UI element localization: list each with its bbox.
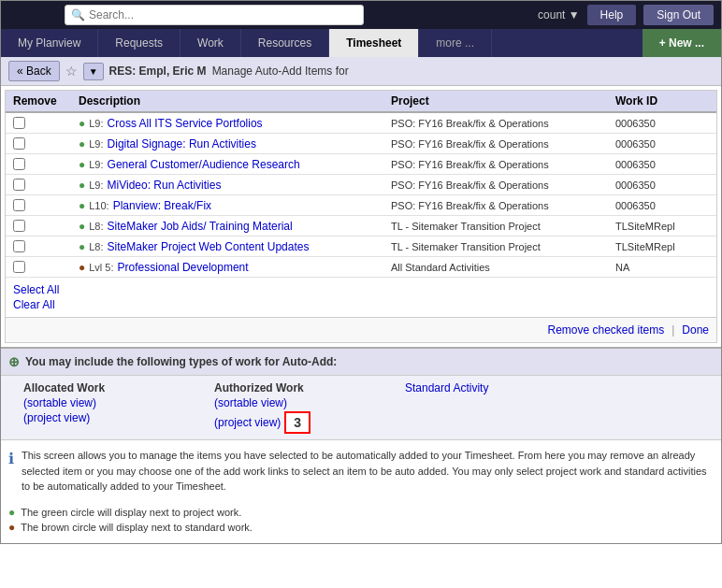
allocated-work-col: Allocated Work (sortable view) (project … <box>23 381 210 434</box>
standard-activity-col: Standard Activity <box>405 381 699 434</box>
checkbox-cell[interactable] <box>13 137 79 150</box>
authorized-project-link[interactable]: (project view) <box>214 416 281 429</box>
nav-requests[interactable]: Requests <box>98 29 180 57</box>
nav-bar: My Planview Requests Work Resources Time… <box>1 29 721 57</box>
desc-link[interactable]: SiteMaker Job Aids/ Training Material <box>108 220 293 233</box>
row-checkbox[interactable] <box>13 117 25 129</box>
nav-more[interactable]: more ... <box>419 29 492 57</box>
level-label: Lvl 5: <box>89 262 113 273</box>
clear-all-link[interactable]: Clear All <box>13 298 709 311</box>
authorized-sortable-link[interactable]: (sortable view) <box>214 396 401 409</box>
level-label: L9: <box>89 138 103 150</box>
nav-work[interactable]: Work <box>180 29 241 57</box>
desc-link[interactable]: Digital Signage: Run Activities <box>108 137 256 151</box>
row-checkbox[interactable] <box>13 199 25 211</box>
dropdown-arrow[interactable]: ▼ <box>83 63 104 80</box>
star-icon[interactable]: ☆ <box>65 64 78 79</box>
row-checkbox[interactable] <box>13 261 25 273</box>
autoadd-section: ⊕ You may include the following types of… <box>1 347 721 439</box>
workid-cell: 0006350 <box>615 200 709 211</box>
desc-cell: ● L9: General Customer/Audience Research <box>79 158 391 171</box>
desc-link[interactable]: General Customer/Audience Research <box>108 158 300 171</box>
checkbox-cell[interactable] <box>13 261 79 273</box>
remove-checked-button[interactable]: Remove checked items <box>547 323 664 337</box>
table-row: ● L10: Planview: Break/Fix PSO: FY16 Bre… <box>6 195 716 216</box>
legend-brown-dot: ● <box>8 521 15 534</box>
desc-cell: ● L10: Planview: Break/Fix <box>79 199 391 212</box>
search-box[interactable]: 🔍 <box>65 5 364 25</box>
authorized-sub-links: (sortable view) (project view) 3 <box>214 396 401 434</box>
level-label: L9: <box>89 159 103 170</box>
project-cell: PSO: FY16 Break/fix & Operations <box>391 200 615 211</box>
green-dot: ● <box>79 220 85 233</box>
resource-label: RES: Empl, Eric M <box>109 65 207 78</box>
authorized-work-label: Authorized Work <box>214 381 401 394</box>
desc-link[interactable]: Professional Development <box>118 261 249 274</box>
legend-green-label: The green circle will display next to pr… <box>21 507 241 518</box>
select-all-link[interactable]: Select All <box>13 283 709 296</box>
standard-activity-link[interactable]: Standard Activity <box>405 381 488 394</box>
checkbox-cell[interactable] <box>13 199 79 211</box>
autoadd-title: You may include the following types of w… <box>25 355 337 368</box>
table-row: ● L8: SiteMaker Project Web Content Upda… <box>6 237 716 257</box>
allocated-work-label: Allocated Work <box>23 381 210 394</box>
desc-cell: ● L9: Cross All ITS Service Portfolios <box>79 117 391 130</box>
workid-cell: TLSiteMRepl <box>615 221 709 232</box>
green-dot: ● <box>79 179 85 192</box>
row-checkbox[interactable] <box>13 137 25 150</box>
signout-button[interactable]: Sign Out <box>643 5 714 25</box>
allocated-project-link[interactable]: (project view) <box>23 411 210 424</box>
row-checkbox[interactable] <box>13 240 25 252</box>
workid-cell: TLSiteMRepl <box>615 241 709 252</box>
allocated-sub-links: (sortable view) (project view) <box>23 396 210 424</box>
desc-link[interactable]: SiteMaker Project Web Content Updates <box>108 240 310 253</box>
desc-link[interactable]: MiVideo: Run Activities <box>108 179 222 192</box>
expand-icon[interactable]: ⊕ <box>8 354 20 369</box>
checkbox-cell[interactable] <box>13 117 79 129</box>
autoadd-links-row: Allocated Work (sortable view) (project … <box>1 376 721 439</box>
workid-cell: 0006350 <box>615 159 709 170</box>
checkbox-cell[interactable] <box>13 179 79 191</box>
allocated-sortable-link[interactable]: (sortable view) <box>23 396 210 409</box>
table-header: Remove Description Project Work ID <box>6 91 716 113</box>
level-label: L9: <box>89 118 103 129</box>
nav-new-button[interactable]: + New ... <box>643 29 721 57</box>
main-content: Remove Description Project Work ID ● L9:… <box>5 90 717 343</box>
project-cell: All Standard Activities <box>391 262 615 273</box>
search-icon: 🔍 <box>71 8 85 22</box>
checkbox-cell[interactable] <box>13 220 79 232</box>
desc-cell: ● L9: MiVideo: Run Activities <box>79 179 391 192</box>
search-input[interactable] <box>89 8 357 22</box>
desc-link[interactable]: Planview: Break/Fix <box>113 199 211 212</box>
green-dot: ● <box>79 117 85 130</box>
checkbox-cell[interactable] <box>13 240 79 252</box>
desc-link[interactable]: Cross All ITS Service Portfolios <box>108 117 263 130</box>
green-dot: ● <box>79 240 85 253</box>
done-button[interactable]: Done <box>682 323 709 337</box>
project-cell: PSO: FY16 Break/fix & Operations <box>391 159 615 170</box>
page-wrapper: 🔍 count ▼ Help Sign Out My Planview Requ… <box>0 0 722 544</box>
row-checkbox[interactable] <box>13 220 25 232</box>
info-text: This screen allows you to manage the ite… <box>22 448 714 495</box>
table-row: ● L9: Digital Signage: Run Activities PS… <box>6 134 716 154</box>
nav-timesheet[interactable]: Timesheet <box>329 29 419 57</box>
autoadd-header: ⊕ You may include the following types of… <box>1 349 721 376</box>
row-checkbox[interactable] <box>13 179 25 191</box>
legend-section: ● The green circle will display next to … <box>1 502 721 543</box>
nav-myplanview[interactable]: My Planview <box>1 29 98 57</box>
breadcrumb-bar: « Back ☆ ▼ RES: Empl, Eric M Manage Auto… <box>1 57 721 86</box>
brown-dot: ● <box>79 261 85 274</box>
back-button[interactable]: « Back <box>8 61 60 81</box>
col-remove: Remove <box>13 94 79 108</box>
workid-cell: 0006350 <box>615 138 709 150</box>
divider: | <box>671 323 674 337</box>
help-button[interactable]: Help <box>587 5 637 25</box>
level-label: L8: <box>89 241 103 252</box>
col-description: Description <box>79 94 391 108</box>
checkbox-cell[interactable] <box>13 158 79 170</box>
account-link[interactable]: count ▼ <box>538 8 580 22</box>
desc-cell: ● L8: SiteMaker Project Web Content Upda… <box>79 240 391 253</box>
row-checkbox[interactable] <box>13 158 25 170</box>
info-section: ℹ This screen allows you to manage the i… <box>1 439 721 502</box>
nav-resources[interactable]: Resources <box>241 29 329 57</box>
